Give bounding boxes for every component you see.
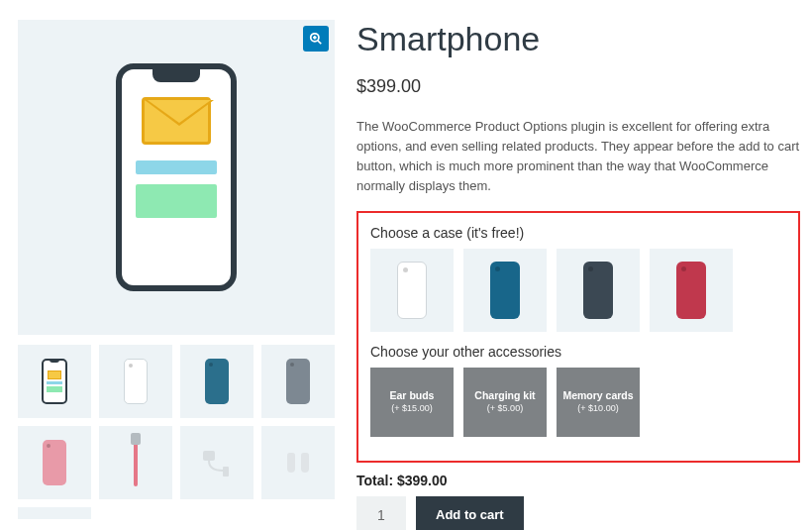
accessory-price: (+ $15.00) (391, 403, 432, 415)
charging-kit-icon (197, 443, 237, 482)
thumbnail-case-white[interactable] (99, 345, 172, 418)
zoom-button[interactable] (303, 26, 329, 52)
thumbnail-case-grey[interactable] (261, 345, 335, 418)
accessory-option-earbuds[interactable]: Ear buds (+ $15.00) (370, 368, 454, 437)
thumbnail-selfie-stick[interactable] (99, 426, 172, 499)
accessory-price: (+ $10.00) (577, 403, 618, 415)
case-icon (676, 262, 706, 319)
case-option-dark[interactable] (557, 249, 640, 332)
thumbnail-phone[interactable] (18, 345, 91, 418)
thumbnail-earbuds[interactable] (261, 426, 335, 499)
product-options-box: Choose a case (it's free!) Choose your o… (356, 211, 800, 463)
case-section-label: Choose a case (it's free!) (370, 225, 786, 241)
total-line: Total: $399.00 (356, 473, 800, 488)
total-label: Total: (356, 473, 393, 488)
placeholder-block (136, 184, 217, 218)
product-description: The WooCommerce Product Options plugin i… (356, 117, 800, 197)
svg-line-1 (318, 41, 322, 45)
accessory-option-memory-cards[interactable]: Memory cards (+ $10.00) (557, 368, 640, 437)
product-title: Smartphone (356, 20, 800, 58)
case-option-red[interactable] (650, 249, 733, 332)
case-icon (583, 262, 613, 319)
thumbnail-grid (18, 345, 335, 519)
product-gallery (18, 20, 335, 530)
svg-rect-4 (203, 451, 215, 461)
thumbnail-more[interactable] (18, 507, 91, 519)
accessory-name: Charging kit (474, 389, 535, 403)
accessories-row: Ear buds (+ $15.00) Charging kit (+ $5.0… (370, 368, 786, 437)
case-option-white[interactable] (370, 249, 454, 332)
phone-illustration (116, 63, 237, 291)
search-plus-icon (309, 32, 323, 46)
add-to-cart-button[interactable]: Add to cart (416, 496, 524, 530)
thumbnail-case-blue[interactable] (180, 345, 254, 418)
case-options-row (370, 249, 786, 332)
accessory-price: (+ $5.00) (487, 403, 523, 415)
placeholder-bar (136, 160, 217, 174)
thumbnail-case-pink[interactable] (18, 426, 91, 499)
svg-rect-5 (223, 467, 229, 477)
add-to-cart-row: Add to cart (356, 496, 800, 530)
accessory-name: Ear buds (390, 389, 435, 403)
product-price: $399.00 (356, 76, 800, 97)
accessories-section-label: Choose your other accessories (370, 344, 786, 360)
case-icon (397, 262, 427, 319)
envelope-icon (142, 97, 211, 145)
accessory-option-charging-kit[interactable]: Charging kit (+ $5.00) (463, 368, 547, 437)
product-main-image[interactable] (18, 20, 335, 335)
quantity-input[interactable] (356, 496, 406, 530)
thumbnail-charging-kit[interactable] (180, 426, 254, 499)
case-icon (490, 262, 520, 319)
case-option-blue[interactable] (463, 249, 547, 332)
total-value: $399.00 (397, 473, 448, 488)
accessory-name: Memory cards (562, 389, 633, 403)
